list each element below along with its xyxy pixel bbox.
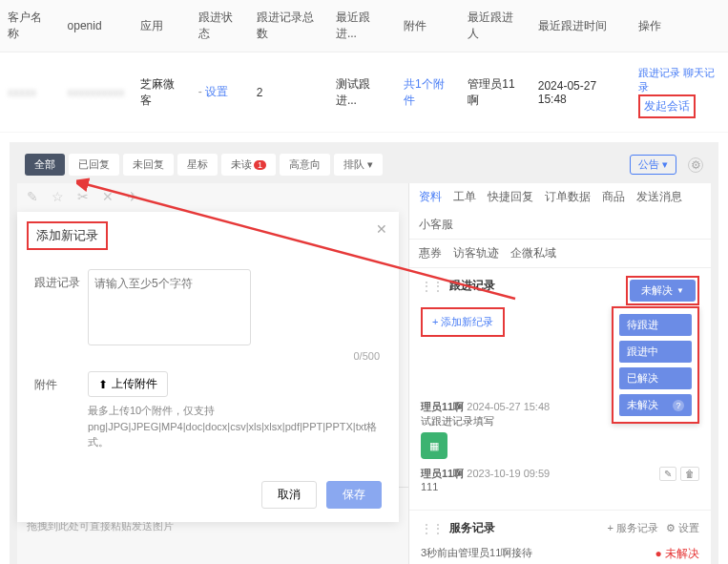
drag-icon[interactable]: ⋮⋮ <box>421 280 444 293</box>
sub-tab-qiwei[interactable]: 企微私域 <box>510 245 556 261</box>
sub-tab-sendmsg[interactable]: 发送消息 <box>636 189 682 205</box>
upload-hint: 最多上传10个附件，仅支持png|JPG|JPEG|MP4|doc|docx|c… <box>88 403 382 450</box>
sub-tab-order[interactable]: 订单数据 <box>545 189 591 205</box>
unresolved-status: ● 未解决 <box>655 546 699 562</box>
modal-title: 添加新记录 <box>27 221 108 250</box>
save-button[interactable]: 保存 <box>326 481 382 509</box>
follow-title: 跟进记录 <box>449 278 495 294</box>
char-count: 0/500 <box>88 350 380 362</box>
edit-btn[interactable]: ✎ <box>659 467 676 481</box>
sub-tabs-row1: 资料 工单 快捷回复 订单数据 商品 发送消息 小客服 <box>409 183 711 240</box>
untreated-badge: 1 <box>254 160 266 170</box>
th-name: 客户名称 <box>0 0 60 52</box>
cell-name: xxxxx <box>8 86 36 99</box>
tab-star[interactable]: 星标 <box>177 154 218 176</box>
delete-btn[interactable]: 🗑 <box>680 467 699 481</box>
announce-button[interactable]: 公告 ▾ <box>630 155 676 175</box>
service-setting-link[interactable]: ⚙ 设置 <box>666 521 699 535</box>
help-icon: ? <box>673 400 684 411</box>
service-line1: 3秒前由管理员11啊接待 <box>421 546 532 562</box>
plane-icon[interactable]: ✈ <box>127 189 138 204</box>
add-record-link[interactable]: + 添加新纪录 <box>432 316 493 327</box>
cell-openid: xxxxxxxxxx <box>68 86 125 99</box>
record-label: 跟进记录 <box>34 269 88 362</box>
sub-tab-quickreply[interactable]: 快捷回复 <box>488 189 533 205</box>
close-icon[interactable]: ✕ <box>376 221 387 237</box>
tab-all[interactable]: 全部 <box>25 154 65 176</box>
cell-actions: 跟进记录 聊天记录 发起会话 <box>631 52 728 133</box>
scissors-icon[interactable]: ✂ <box>77 189 89 204</box>
dropdown-item-unresolved[interactable]: 未解决? <box>619 394 692 416</box>
upload-icon: ⬆ <box>98 378 108 391</box>
cell-recent: 测试跟进... <box>328 52 396 133</box>
chat-right-pane: 资料 工单 快捷回复 订单数据 商品 发送消息 小客服 惠券 访客轨迹 企微私域… <box>408 183 711 564</box>
status-button[interactable]: 未解决 <box>630 280 696 302</box>
cell-time: 2024-05-27 15:48 <box>530 52 632 133</box>
status-highlight-box: 未解决 待跟进 跟进中 已解决 未解决? <box>626 276 699 305</box>
th-count: 跟进记录总数 <box>249 0 328 52</box>
x-icon[interactable]: ✕ <box>102 189 114 204</box>
set-status-link[interactable]: 设置 <box>205 85 228 98</box>
sub-tab-goods[interactable]: 商品 <box>602 189 625 205</box>
attach-link[interactable]: 共1个附件 <box>404 77 445 107</box>
status-dropdown: 待跟进 跟进中 已解决 未解决? <box>612 306 699 424</box>
chat-panel: 全部 已回复 未回复 星标 未读1 高意向 排队 ▾ 公告 ▾ ⚙ ✎ ☆ ✂ … <box>10 142 718 564</box>
upload-button[interactable]: ⬆上传附件 <box>88 371 168 397</box>
tab-gaoxiao[interactable]: 高意向 <box>280 154 330 176</box>
sub-tabs-row2: 惠券 访客轨迹 企微私域 <box>409 240 711 268</box>
customer-table: 客户名称 openid 应用 跟进状态 跟进记录总数 最近跟进... 附件 最近… <box>0 0 728 133</box>
sub-tab-xiaokefu[interactable]: 小客服 <box>419 217 453 233</box>
start-session-link[interactable]: 发起会话 <box>644 99 690 113</box>
add-record-modal: 添加新记录 ✕ 跟进记录 0/500 附件 ⬆上传附件 <box>17 212 399 522</box>
start-session-highlight: 发起会话 <box>638 94 696 118</box>
cell-person: 管理员11啊 <box>460 52 530 133</box>
sub-tab-ticket[interactable]: 工单 <box>453 189 476 205</box>
tab-paidui[interactable]: 排队 ▾ <box>334 154 383 176</box>
th-attach: 附件 <box>396 0 460 52</box>
th-openid: openid <box>60 0 133 52</box>
th-status: 跟进状态 <box>191 0 249 52</box>
record-textarea[interactable] <box>88 269 251 345</box>
drag-icon-2[interactable]: ⋮⋮ <box>421 522 444 535</box>
tab-untreated[interactable]: 未读1 <box>221 154 276 176</box>
sub-tab-track[interactable]: 访客轨迹 <box>453 245 499 261</box>
cell-status: - 设置 <box>191 52 249 133</box>
top-toolbar: ✎ ☆ ✂ ✕ ✈ <box>17 183 408 210</box>
th-recent: 最近跟进... <box>328 0 396 52</box>
sub-tab-coupon[interactable]: 惠券 <box>419 245 442 261</box>
th-action: 操作 <box>631 0 728 52</box>
chat-left-pane: ✎ ☆ ✂ ✕ ✈ 添加新记录 ✕ 跟进记录 0/500 <box>17 183 408 564</box>
service-title: 服务记录 <box>449 520 495 536</box>
dropdown-item-pending[interactable]: 待跟进 <box>619 314 692 336</box>
star-icon[interactable]: ☆ <box>52 189 64 204</box>
th-time: 最近跟进时间 <box>530 0 632 52</box>
sub-tab-info[interactable]: 资料 <box>419 189 442 205</box>
cancel-button[interactable]: 取消 <box>261 481 317 509</box>
record-item-2: 理员11啊 2023-10-19 09:59 ✎ 🗑 111 <box>421 467 699 492</box>
attach-label: 附件 <box>34 371 88 450</box>
pencil-icon[interactable]: ✎ <box>27 189 38 204</box>
cell-count: 2 <box>249 52 328 133</box>
dropdown-item-inprogress[interactable]: 跟进中 <box>619 341 692 363</box>
add-record-highlight: + 添加新纪录 <box>421 307 505 337</box>
table-row: xxxxx xxxxxxxxxx 芝麻微客 - 设置 2 测试跟进... 共1个… <box>0 52 728 133</box>
service-record-section: ⋮⋮ 服务记录 + 服务记录 ⚙ 设置 3秒前由管理员11啊接待 ● 未解决 本… <box>409 511 711 564</box>
tab-unreplied[interactable]: 未回复 <box>123 154 174 176</box>
filter-tabs: 全部 已回复 未回复 星标 未读1 高意向 排队 ▾ 公告 ▾ ⚙ <box>17 150 711 179</box>
gear-icon-2: ⚙ <box>666 522 676 533</box>
add-service-link[interactable]: + 服务记录 <box>607 521 657 535</box>
tab-replied[interactable]: 已回复 <box>69 154 119 176</box>
gear-icon[interactable]: ⚙ <box>688 157 703 173</box>
follow-record-section: ⋮⋮ 跟进记录 未解决 待跟进 跟进中 已解决 未解决? + 添加新纪录 <box>409 268 711 511</box>
th-app: 应用 <box>133 0 191 52</box>
dropdown-item-resolved[interactable]: 已解决 <box>619 367 692 389</box>
cell-app: 芝麻微客 <box>133 52 191 133</box>
follow-record-link[interactable]: 跟进记录 <box>638 67 680 78</box>
th-person: 最近跟进人 <box>460 0 530 52</box>
file-icon[interactable]: ▦ <box>421 432 447 459</box>
